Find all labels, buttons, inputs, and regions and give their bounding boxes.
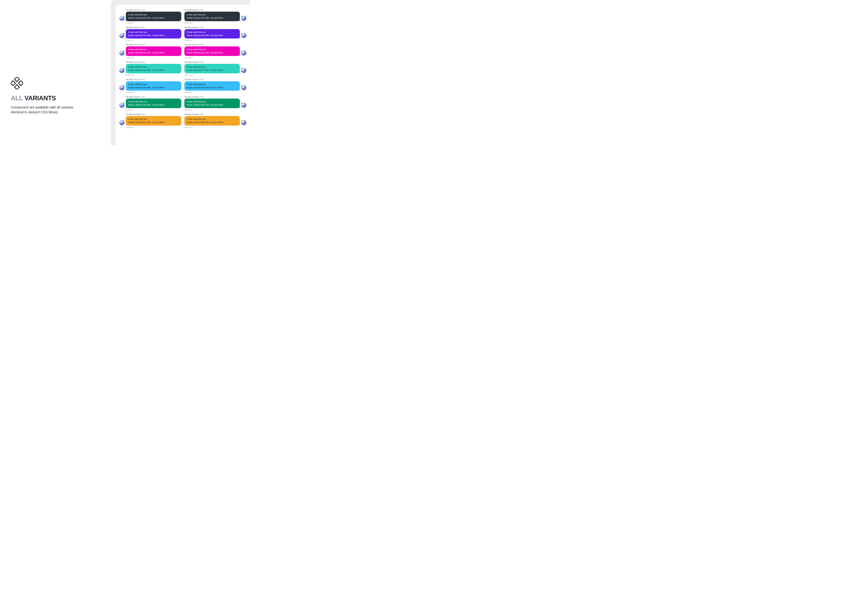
chat-stack: Obi-Wan Kenobi 12:45It was said that you… <box>126 26 181 41</box>
chat-author: Obi-Wan Kenobi <box>126 44 140 46</box>
chat-line-1: It was said that you <box>186 31 206 33</box>
chat-bubble-neutral: It was said that youwould, destroy the S… <box>185 12 240 21</box>
preview-surface: Obi-Wan Kenobi 12:45It was said that you… <box>115 5 250 145</box>
chat-line-1: It was said that you <box>128 83 147 86</box>
chat-status: Delivered <box>126 22 181 24</box>
chat-stack: Obi-Wan Kenobi 12:45It was said that you… <box>185 26 240 41</box>
chat-bubble-warning: It was said that youwould, destroy the S… <box>185 116 240 126</box>
chat-line-2: would, destroy the Sith, not join them. <box>128 34 165 37</box>
chat-neutral-start: Obi-Wan Kenobi 12:45It was said that you… <box>119 9 181 24</box>
chat-time: 12:45 <box>140 113 145 115</box>
chat-line-2: would, destroy the Sith, not join them. <box>128 86 165 89</box>
chat-stack: Obi-Wan Kenobi 12:45It was said that you… <box>126 113 181 128</box>
chat-status: Delivered <box>185 126 240 128</box>
chat-meta: Obi-Wan Kenobi 12:45 <box>185 96 240 98</box>
avatar <box>241 103 246 108</box>
subtitle-line-1: Component are available with all variant… <box>11 105 73 109</box>
chat-accent-end: Obi-Wan Kenobi 12:45It was said that you… <box>185 61 246 76</box>
chat-meta: Obi-Wan Kenobi 12:45 <box>126 113 181 115</box>
chat-author: Obi-Wan Kenobi <box>126 9 140 11</box>
svg-rect-0 <box>15 77 20 81</box>
chat-author: Obi-Wan Kenobi <box>126 61 140 63</box>
chat-author: Obi-Wan Kenobi <box>185 96 198 98</box>
chat-primary-end: Obi-Wan Kenobi 12:45It was said that you… <box>185 26 246 41</box>
svg-rect-3 <box>18 81 23 86</box>
chat-author: Obi-Wan Kenobi <box>185 113 198 115</box>
chat-line-1: It was said that you <box>186 66 206 68</box>
chat-line-1: It was said that you <box>186 48 206 51</box>
chat-time: 12:45 <box>140 44 145 46</box>
chat-stack: Obi-Wan Kenobi 12:45It was said that you… <box>185 78 240 94</box>
chat-line-2: would, destroy the Sith, not join them. <box>186 103 224 106</box>
chat-line-2: would, destroy the Sith, not join them. <box>128 121 165 124</box>
chat-bubble-info: It was said that youwould, destroy the S… <box>185 81 240 91</box>
avatar <box>119 85 125 91</box>
subtitle-line-2: Identical to daisyUI CSS library <box>11 110 58 114</box>
chat-line-2: would, destroy the Sith, not join them. <box>186 69 224 71</box>
chat-status: Delivered <box>185 91 240 94</box>
chat-stack: Obi-Wan Kenobi 12:45It was said that you… <box>126 78 181 94</box>
chat-warning-end: Obi-Wan Kenobi 12:45It was said that you… <box>185 113 246 128</box>
chat-line-1: It was said that you <box>128 118 147 120</box>
chat-time: 12:45 <box>199 61 203 63</box>
chat-line-2: would, destroy the Sith, not join them. <box>186 17 224 19</box>
chat-status: Delivered <box>185 57 240 59</box>
chat-status: Delivered <box>126 57 181 59</box>
chat-stack: Obi-Wan Kenobi 12:45It was said that you… <box>126 96 181 111</box>
chat-time: 12:45 <box>140 26 145 28</box>
chat-stack: Obi-Wan Kenobi 12:45It was said that you… <box>185 61 240 76</box>
chat-meta: Obi-Wan Kenobi 12:45 <box>126 26 181 28</box>
chat-line-1: It was said that you <box>128 100 147 103</box>
chat-line-1: It was said that you <box>128 48 147 51</box>
page-canvas: ALL VARIANTS Component are available wit… <box>0 0 250 145</box>
chat-time: 12:45 <box>199 26 203 28</box>
chat-bubble-success: It was said that youwould, destroy the S… <box>185 98 240 108</box>
chat-secondary-end: Obi-Wan Kenobi 12:45It was said that you… <box>185 44 246 59</box>
chat-meta: Obi-Wan Kenobi 12:45 <box>126 96 181 98</box>
chat-primary-start: Obi-Wan Kenobi 12:45It was said that you… <box>119 26 181 41</box>
chat-time: 12:45 <box>199 44 203 46</box>
chat-status: Delivered <box>185 39 240 41</box>
chat-time: 12:45 <box>199 9 203 11</box>
chat-line-1: It was said that you <box>186 13 206 16</box>
chat-success-end: Obi-Wan Kenobi 12:45It was said that you… <box>185 96 246 111</box>
chat-meta: Obi-Wan Kenobi 12:45 <box>185 9 240 11</box>
chat-line-1: It was said that you <box>128 13 147 16</box>
chat-time: 12:45 <box>199 96 203 98</box>
chat-line-2: would, destroy the Sith, not join them. <box>186 51 224 54</box>
chat-author: Obi-Wan Kenobi <box>126 113 140 115</box>
chat-time: 12:45 <box>140 61 145 63</box>
chat-meta: Obi-Wan Kenobi 12:45 <box>126 61 181 63</box>
avatar <box>241 120 246 125</box>
chat-meta: Obi-Wan Kenobi 12:45 <box>185 44 240 46</box>
avatar <box>241 16 246 21</box>
svg-rect-1 <box>15 85 20 89</box>
chat-bubble-secondary: It was said that youwould, destroy the S… <box>185 46 240 56</box>
chat-line-2: would, destroy the Sith, not join them. <box>128 69 165 71</box>
chat-status: Delivered <box>126 109 181 111</box>
chat-success-start: Obi-Wan Kenobi 12:45It was said that you… <box>119 96 181 111</box>
chat-line-2: would, destroy the Sith, not join them. <box>128 103 165 106</box>
chat-bubble-neutral: It was said that youwould, destroy the S… <box>126 12 181 21</box>
chat-warning-start: Obi-Wan Kenobi 12:45It was said that you… <box>119 113 181 128</box>
chat-line-1: It was said that you <box>186 118 206 120</box>
chat-author: Obi-Wan Kenobi <box>185 26 198 28</box>
chat-neutral-end: Obi-Wan Kenobi 12:45It was said that you… <box>185 9 246 24</box>
chat-line-1: It was said that you <box>186 83 206 86</box>
avatar <box>119 68 125 73</box>
chat-bubble-primary: It was said that youwould, destroy the S… <box>185 29 240 39</box>
chat-author: Obi-Wan Kenobi <box>126 78 140 81</box>
title-word-variants: VARIANTS <box>25 95 56 101</box>
chat-stack: Obi-Wan Kenobi 12:45It was said that you… <box>185 44 240 59</box>
svg-rect-2 <box>11 81 15 86</box>
avatar <box>119 103 125 108</box>
avatar <box>241 51 246 55</box>
chat-meta: Obi-Wan Kenobi 12:45 <box>126 9 181 11</box>
chat-time: 12:45 <box>140 96 145 98</box>
chat-secondary-start: Obi-Wan Kenobi 12:45It was said that you… <box>119 44 181 59</box>
chat-status: Delivered <box>126 91 181 94</box>
avatar <box>119 51 125 55</box>
chat-author: Obi-Wan Kenobi <box>185 9 198 11</box>
chat-line-2: would, destroy the Sith, not join them. <box>186 34 224 37</box>
chat-time: 12:45 <box>199 113 203 115</box>
